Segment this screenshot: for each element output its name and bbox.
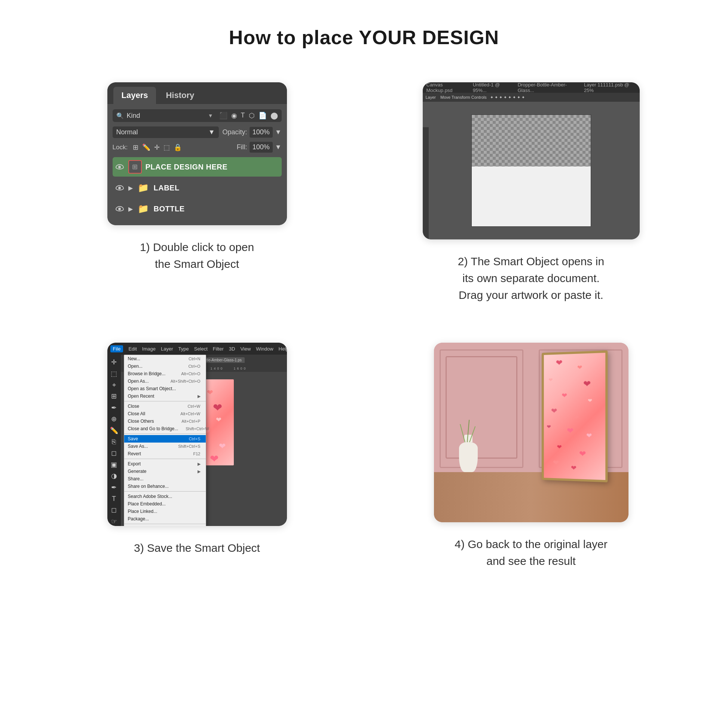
expand-arrow-3[interactable]: ▶ <box>128 205 133 213</box>
eye-icon-layer3[interactable] <box>115 204 125 214</box>
layer-bottle[interactable]: ▶ 📁 BOTTLE <box>113 199 282 219</box>
menu-open-recent[interactable]: Open Recent▶ <box>124 392 206 400</box>
adjustment-filter-icon[interactable]: ◉ <box>231 112 237 120</box>
lock-artboard-icon[interactable]: ⬚ <box>164 143 170 151</box>
lock-position-icon[interactable]: ✛ <box>154 143 160 151</box>
menu-new[interactable]: New...Ctrl+N <box>124 355 206 362</box>
dodge-tool[interactable]: ◑ <box>109 471 119 480</box>
ps-tab3[interactable]: Dropper-Bottle-Amber-Glass... <box>518 82 578 93</box>
menu-open[interactable]: Open...Ctrl+O <box>124 362 206 370</box>
eye-icon-layer2[interactable] <box>115 183 125 193</box>
visibility-eye <box>116 164 124 170</box>
menu-file[interactable]: File <box>110 345 124 352</box>
menu-browse-bridge[interactable]: Browse in Bridge...Alt+Ctrl+O <box>124 370 206 378</box>
ps-canvas-screenshot: Canvas Mockup.psd Untitled-1 @ 95%... Dr… <box>423 82 640 239</box>
ps-tab1[interactable]: Canvas Mockup.psd <box>427 82 467 93</box>
crop-tool[interactable]: ⊞ <box>109 392 119 401</box>
menu-package[interactable]: Package... <box>124 515 206 523</box>
menu-revert[interactable]: RevertF12 <box>124 450 206 457</box>
pixel-filter-icon[interactable]: ⬛ <box>219 112 228 120</box>
layer-place-design[interactable]: ⊞ PLACE DESIGN HERE <box>113 157 282 177</box>
menu-close-others[interactable]: Close OthersAlt+Ctrl+P <box>124 418 206 425</box>
ps-topbar: Canvas Mockup.psd Untitled-1 @ 95%... Dr… <box>423 82 640 93</box>
shape-filter-icon[interactable]: ⬡ <box>249 112 255 120</box>
menu-image[interactable]: Image <box>142 346 156 352</box>
frame-artwork: ❤ ❤ ❤ ❤ ❤ ❤ ❤ ❤ ❤ ❤ ❤ ❤ ❤ <box>544 353 605 480</box>
menu-close-bridge[interactable]: Close and Go to Bridge...Shift+Ctrl+W <box>124 425 206 433</box>
step2-desc: 2) The Smart Object opens inits own sepa… <box>458 253 604 303</box>
lock-image-icon[interactable]: ✏️ <box>142 143 150 151</box>
filter-icons: ⬛ ◉ T ⬡ 📄 ⬤ <box>219 112 278 120</box>
menu-filter[interactable]: Filter <box>213 346 224 352</box>
type-filter-icon[interactable]: T <box>241 112 245 120</box>
ps-menu-bar: File Edit Image Layer Type Select Filter… <box>107 343 287 355</box>
menu-save-as[interactable]: Save As...Shift+Ctrl+S <box>124 442 206 450</box>
room-background: ❤ ❤ ❤ ❤ ❤ ❤ ❤ ❤ ❤ ❤ ❤ ❤ ❤ <box>434 343 629 522</box>
menu-edit[interactable]: Edit <box>128 346 136 352</box>
page-title: How to place YOUR DESIGN <box>0 0 728 71</box>
opacity-value[interactable]: 100% <box>249 127 273 138</box>
divider3 <box>124 459 206 459</box>
menu-view[interactable]: View <box>240 346 251 352</box>
menu-open-smart[interactable]: Open as Smart Object... <box>124 385 206 392</box>
ps-tab4[interactable]: Layer 111111.psb @ 25% <box>584 82 636 93</box>
menu-select[interactable]: Select <box>194 346 208 352</box>
pen-tool[interactable]: ✒ <box>109 483 119 492</box>
healing-tool[interactable]: ⊕ <box>109 414 119 424</box>
lock-transparent-icon[interactable]: ⊞ <box>133 143 138 151</box>
ps-tab2[interactable]: Untitled-1 @ 95%... <box>473 82 512 93</box>
menu-place-linked[interactable]: Place Linked... <box>124 508 206 515</box>
ps-tools-panel: ✛ ⬚ ⌖ ⊞ ✒ ⊕ ✏️ ⎘ ◻ ▣ ◑ ✒ T ◻ ☞ <box>107 355 121 526</box>
eraser-tool[interactable]: ◻ <box>109 448 119 457</box>
menu-type[interactable]: Type <box>179 346 189 352</box>
eyedropper-tool[interactable]: ✒ <box>109 403 119 412</box>
menu-place-embedded[interactable]: Place Embedded... <box>124 500 206 508</box>
menu-close-all[interactable]: Close AllAlt+Ctrl+W <box>124 410 206 418</box>
hand-tool[interactable]: ☞ <box>109 517 119 526</box>
shape-tool[interactable]: ◻ <box>109 505 119 514</box>
file-dropdown-menu: New...Ctrl+N Open...Ctrl+O Browse in Bri… <box>124 355 206 526</box>
decorative-vase <box>457 435 480 472</box>
fill-control: Fill: 100% ▼ <box>237 142 282 153</box>
opacity-control: Opacity: 100% ▼ <box>223 127 282 138</box>
move-tool[interactable]: ✛ <box>109 358 119 367</box>
eye-icon-layer1[interactable] <box>115 162 125 172</box>
menu-export[interactable]: Export▶ <box>124 460 206 468</box>
blend-opacity-row: Normal ▼ Opacity: 100% ▼ <box>113 127 282 138</box>
step1-desc: 1) Double click to openthe Smart Object <box>140 239 254 272</box>
menu-generate[interactable]: Generate▶ <box>124 468 206 475</box>
ps-canvas-panel: Canvas Mockup.psd Untitled-1 @ 95%... Dr… <box>423 82 640 239</box>
brush-tool[interactable]: ✏️ <box>109 426 119 435</box>
menu-share-behance[interactable]: Share on Behance... <box>124 483 206 490</box>
blend-mode-select[interactable]: Normal ▼ <box>113 127 219 138</box>
result-screenshot: ❤ ❤ ❤ ❤ ❤ ❤ ❤ ❤ ❤ ❤ ❤ ❤ ❤ <box>434 343 629 522</box>
result-room-photo: ❤ ❤ ❤ ❤ ❤ ❤ ❤ ❤ ❤ ❤ ❤ ❤ ❤ <box>434 343 629 522</box>
menu-open-as[interactable]: Open As...Alt+Shift+Ctrl+O <box>124 378 206 385</box>
menu-automate[interactable]: Automate▶ <box>124 525 206 526</box>
menu-save[interactable]: SaveCtrl+S <box>124 435 206 442</box>
tab-history[interactable]: History <box>158 87 202 104</box>
menu-close[interactable]: CloseCtrl+W <box>124 402 206 410</box>
menu-layer[interactable]: Layer <box>161 346 173 352</box>
gradient-tool[interactable]: ▣ <box>109 460 119 469</box>
extra-filter-icon[interactable]: ⬤ <box>271 112 278 120</box>
menu-search-stock[interactable]: Search Adobe Stock... <box>124 493 206 500</box>
type-tool[interactable]: T <box>109 494 119 503</box>
artwork-frame: ❤ ❤ ❤ ❤ ❤ ❤ ❤ ❤ ❤ ❤ ❤ ❤ ❤ <box>542 350 607 482</box>
layer-label[interactable]: ▶ 📁 LABEL <box>113 178 282 197</box>
menu-3d[interactable]: 3D <box>229 346 235 352</box>
lock-icons-group: ⊞ ✏️ ✛ ⬚ 🔒 <box>133 143 234 151</box>
menu-help[interactable]: Help <box>279 346 287 352</box>
smart-obj-filter-icon[interactable]: 📄 <box>258 112 267 120</box>
select-tool[interactable]: ⬚ <box>109 369 119 378</box>
expand-arrow-2[interactable]: ▶ <box>128 184 133 191</box>
menu-share[interactable]: Share... <box>124 475 206 483</box>
layers-search-row: 🔍 Kind ▼ ⬛ ◉ T ⬡ 📄 ⬤ <box>113 109 282 122</box>
clone-tool[interactable]: ⎘ <box>109 437 119 446</box>
tab-layers[interactable]: Layers <box>113 87 156 104</box>
fill-value[interactable]: 100% <box>249 142 273 153</box>
lasso-tool[interactable]: ⌖ <box>109 381 119 390</box>
layers-body: 🔍 Kind ▼ ⬛ ◉ T ⬡ 📄 ⬤ <box>107 104 287 225</box>
lock-all-icon[interactable]: 🔒 <box>174 143 182 151</box>
menu-window[interactable]: Window <box>256 346 273 352</box>
